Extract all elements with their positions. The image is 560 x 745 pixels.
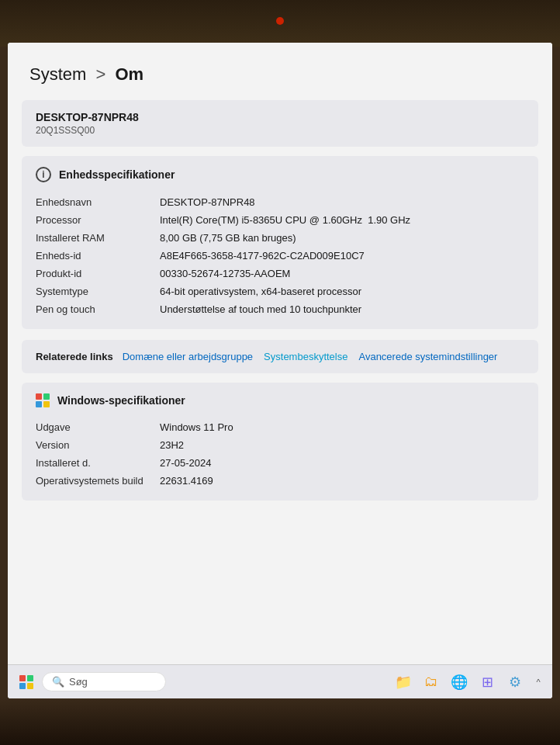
win-spec-table: Udgave Windows 11 Pro Version 23H2 Insta… (36, 418, 524, 490)
spec-row-udgave: Udgave Windows 11 Pro (36, 418, 524, 436)
spec-row-build: Operativsystemets build 22631.4169 (36, 472, 524, 490)
spec-label-pen-og-touch: Pen og touch (36, 303, 160, 315)
related-links-label: Relaterede links (36, 351, 113, 362)
spec-value-ram: 8,00 GB (7,75 GB kan bruges) (160, 232, 524, 244)
win-logo-cell-bl (36, 401, 42, 407)
start-cell-br (27, 683, 33, 689)
win-section-header: Windows-specifikationer (36, 393, 524, 407)
spec-row-processor: Processor Intel(R) Core(TM) i5-8365U CPU… (36, 211, 524, 229)
spec-row-pen-og-touch: Pen og touch Understøttelse af touch med… (36, 300, 524, 318)
start-cell-tl (19, 675, 26, 681)
taskbar-edge-icon[interactable]: 🌐 (447, 670, 472, 695)
spec-row-produkt-id: Produkt-id 00330-52674-12735-AAOEM (36, 265, 524, 282)
spec-label-build: Operativsystemets build (36, 475, 160, 487)
screen-bezel: System > Om DESKTOP-87NPR48 20Q1SSSQ00 i… (8, 43, 552, 698)
start-button[interactable] (14, 670, 39, 695)
taskbar-settings-icon[interactable]: ⚙ (503, 670, 527, 695)
spec-value-processor: Intel(R) Core(TM) i5-8365U CPU @ 1.60GHz… (160, 214, 524, 226)
search-icon: 🔍 (52, 676, 64, 688)
breadcrumb-parent[interactable]: System (29, 64, 86, 84)
bottom-bezel (0, 698, 560, 745)
specs-section-header: i Enhedsspecifikationer (36, 167, 524, 182)
device-name-section: DESKTOP-87NPR48 20Q1SSSQ00 (22, 100, 538, 147)
specs-section-title: Enhedsspecifikationer (59, 168, 175, 181)
taskbar-store-icon[interactable]: ⊞ (475, 670, 500, 695)
spec-value-version: 23H2 (160, 439, 524, 451)
spec-label-enhedsnavn: Enhedsnavn (36, 196, 160, 208)
page-header: System > Om (8, 43, 552, 94)
win-logo-cell-tl (36, 393, 42, 400)
spec-label-enheds-id: Enheds-id (36, 250, 160, 262)
spec-value-build: 22631.4169 (160, 475, 524, 487)
camera-bar (0, 0, 560, 47)
spec-row-enheds-id: Enheds-id A8E4F665-3658-4177-962C-C2AD00… (36, 247, 524, 265)
camera-dot (276, 17, 284, 25)
windows-specs-section: Windows-specifikationer Udgave Windows 1… (22, 383, 538, 501)
link-domaine[interactable]: Domæne eller arbejdsgruppe (123, 351, 253, 362)
win-logo-cell-tr (43, 393, 50, 400)
taskbar-chevron-icon[interactable]: ^ (531, 674, 546, 690)
link-systembeskyttelse[interactable]: Systembeskyttelse (264, 351, 347, 362)
spec-label-version: Version (36, 439, 160, 451)
taskbar-folder-icon[interactable]: 🗂 (419, 670, 444, 695)
related-links-section: Relaterede links Domæne eller arbejdsgru… (22, 340, 538, 373)
spec-label-systemtype: Systemtype (36, 286, 160, 297)
spec-label-produkt-id: Produkt-id (36, 268, 160, 279)
win-section-title: Windows-specifikationer (57, 394, 185, 407)
spec-label-installeret: Installeret d. (36, 457, 160, 469)
spec-value-pen-og-touch: Understøttelse af touch med 10 touchpunk… (160, 303, 524, 315)
device-hostname: DESKTOP-87NPR48 (36, 111, 524, 123)
start-cell-bl (19, 683, 26, 689)
spec-row-installeret: Installeret d. 27-05-2024 (36, 454, 524, 472)
spec-value-udgave: Windows 11 Pro (160, 421, 524, 433)
search-placeholder: Søg (69, 676, 88, 688)
windows-content: System > Om DESKTOP-87NPR48 20Q1SSSQ00 i… (8, 43, 552, 698)
spec-table: Enhedsnavn DESKTOP-87NPR48 Processor Int… (36, 193, 524, 318)
spec-label-processor: Processor (36, 214, 160, 226)
spec-value-produkt-id: 00330-52674-12735-AAOEM (160, 268, 524, 279)
spec-value-installeret: 27-05-2024 (160, 457, 524, 469)
link-avancerede[interactable]: Avancerede systemindstillinger (358, 351, 497, 362)
windows-logo-icon (36, 393, 50, 407)
taskbar-icon-group: 📁 🗂 🌐 ⊞ ⚙ ^ (391, 670, 546, 695)
start-logo-icon (19, 675, 33, 689)
spec-row-systemtype: Systemtype 64-bit operativsystem, x64-ba… (36, 282, 524, 300)
taskbar: 🔍 Søg 📁 🗂 🌐 ⊞ ⚙ ^ (8, 664, 552, 698)
win-logo-cell-br (43, 401, 50, 407)
spec-value-enhedsnavn: DESKTOP-87NPR48 (160, 196, 524, 208)
taskbar-fileexplorer-icon[interactable]: 📁 (391, 670, 416, 695)
info-icon: i (36, 167, 51, 182)
start-cell-tr (27, 675, 33, 681)
spec-value-systemtype: 64-bit operativsystem, x64-baseret proce… (160, 286, 524, 297)
breadcrumb-current: Om (115, 64, 143, 84)
spec-row-ram: Installeret RAM 8,00 GB (7,75 GB kan bru… (36, 229, 524, 247)
spec-label-udgave: Udgave (36, 421, 160, 433)
spec-value-enheds-id: A8E4F665-3658-4177-962C-C2AD009E10C7 (160, 250, 524, 262)
device-specs-section: i Enhedsspecifikationer Enhedsnavn DESKT… (22, 156, 538, 329)
spec-label-ram: Installeret RAM (36, 232, 160, 244)
spec-row-enhedsnavn: Enhedsnavn DESKTOP-87NPR48 (36, 193, 524, 211)
device-serial: 20Q1SSSQ00 (36, 125, 524, 136)
taskbar-search-box[interactable]: 🔍 Søg (42, 672, 166, 691)
spec-row-version: Version 23H2 (36, 436, 524, 454)
breadcrumb-separator: > (95, 64, 105, 84)
breadcrumb: System > Om (29, 64, 531, 85)
